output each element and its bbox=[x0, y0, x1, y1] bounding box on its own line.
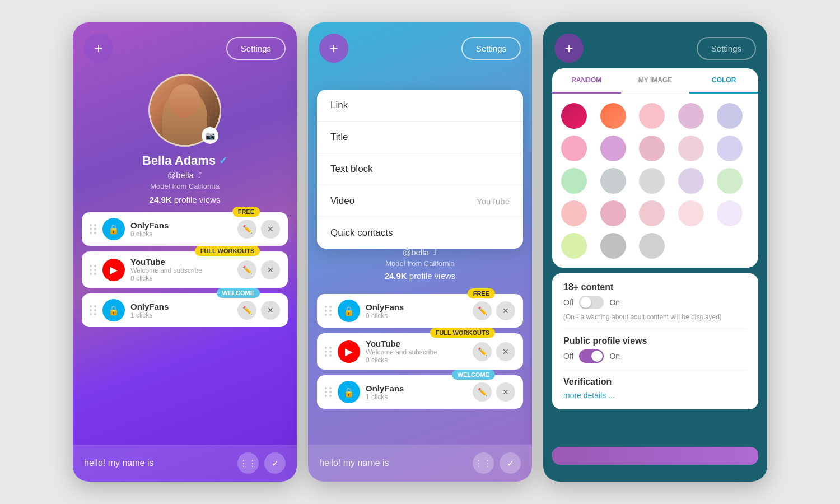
color-swatch[interactable] bbox=[561, 233, 587, 259]
color-swatch[interactable] bbox=[600, 168, 626, 194]
share-icon[interactable]: ⤴ bbox=[198, 171, 202, 179]
screen1-add-button[interactable]: + bbox=[84, 34, 113, 63]
color-swatch[interactable] bbox=[561, 103, 587, 129]
save-button[interactable] bbox=[552, 447, 758, 465]
dropdown-link-label: Link bbox=[330, 100, 348, 111]
drag-handle[interactable] bbox=[90, 265, 97, 275]
link-title: YouTube bbox=[366, 339, 467, 348]
verification-link[interactable]: more details ... bbox=[563, 391, 615, 400]
drag-handle[interactable] bbox=[325, 306, 332, 316]
bottom-action-btn2[interactable]: ✓ bbox=[264, 452, 286, 474]
color-swatch[interactable] bbox=[639, 168, 665, 194]
delete-button[interactable]: ✕ bbox=[496, 301, 515, 320]
color-swatch[interactable] bbox=[561, 200, 587, 226]
color-swatch[interactable] bbox=[600, 103, 626, 129]
adult-off-label: Off bbox=[563, 298, 573, 307]
separator bbox=[563, 329, 747, 329]
tab-random[interactable]: RANDOM bbox=[552, 68, 621, 94]
dropdown-title[interactable]: Title bbox=[317, 122, 523, 153]
bottom-action-btn1[interactable]: ⋮⋮ bbox=[237, 452, 259, 474]
links-section: 🔒 OnlyFans 0 clicks ✏️ ✕ FREE bbox=[73, 204, 297, 335]
youtube-icon: ▶ bbox=[338, 340, 360, 363]
color-swatch[interactable] bbox=[561, 168, 587, 194]
bottom-text: hello! my name is bbox=[84, 458, 154, 468]
color-swatch[interactable] bbox=[717, 168, 743, 194]
color-swatch[interactable] bbox=[600, 200, 626, 226]
bottom-action-btn2[interactable]: ✓ bbox=[500, 452, 521, 474]
link-title: OnlyFans bbox=[130, 221, 232, 230]
delete-button[interactable]: ✕ bbox=[261, 220, 280, 239]
color-swatch[interactable] bbox=[717, 136, 743, 161]
drag-handle[interactable] bbox=[325, 347, 332, 357]
screen3-topbar: + Settings bbox=[543, 22, 767, 68]
screen2-handle: @bella bbox=[403, 248, 429, 257]
onlyfans-icon: 🔒 bbox=[338, 300, 360, 322]
screen2-bio: Model from California bbox=[319, 259, 521, 268]
public-views-toggle-row: Off On bbox=[563, 349, 747, 363]
public-views-toggle[interactable] bbox=[579, 349, 604, 363]
edit-button[interactable]: ✏️ bbox=[473, 301, 492, 320]
public-views-title: Public profile views bbox=[563, 336, 747, 346]
color-swatch[interactable] bbox=[600, 233, 626, 259]
drag-handle[interactable] bbox=[90, 305, 97, 315]
screen2-links: 🔒 OnlyFans 0 clicks ✏️ ✕ FREE bbox=[308, 286, 532, 417]
dropdown-link[interactable]: Link bbox=[317, 90, 523, 122]
link-title: OnlyFans bbox=[366, 384, 467, 393]
screen1-settings-button[interactable]: Settings bbox=[226, 37, 286, 60]
color-swatch[interactable] bbox=[561, 136, 587, 161]
color-swatch[interactable] bbox=[639, 136, 665, 161]
delete-button[interactable]: ✕ bbox=[496, 382, 515, 402]
edit-button[interactable]: ✏️ bbox=[237, 260, 256, 279]
color-swatch[interactable] bbox=[717, 103, 743, 129]
drag-handle[interactable] bbox=[90, 224, 97, 234]
tab-myimage[interactable]: MY IMAGE bbox=[621, 68, 690, 94]
screen3-inner: + Settings RANDOM MY IMAGE COLOR bbox=[543, 22, 767, 482]
color-swatch[interactable] bbox=[639, 200, 665, 226]
delete-button[interactable]: ✕ bbox=[261, 260, 280, 279]
separator bbox=[563, 370, 747, 370]
dropdown-textblock[interactable]: Text block bbox=[317, 153, 523, 185]
link-title: OnlyFans bbox=[366, 302, 467, 312]
screen2-bottom-bar: hello! my name is ⋮⋮ ✓ bbox=[308, 445, 532, 482]
edit-button[interactable]: ✏️ bbox=[237, 220, 256, 239]
bottom-actions: ⋮⋮ ✓ bbox=[473, 452, 521, 474]
screen3-add-button[interactable]: + bbox=[554, 34, 584, 63]
drag-handle[interactable] bbox=[325, 387, 332, 397]
color-swatch[interactable] bbox=[678, 200, 704, 226]
adult-content-title: 18+ content bbox=[563, 282, 747, 292]
color-swatch[interactable] bbox=[678, 136, 704, 161]
profile-views: 24.9K profile views bbox=[150, 195, 221, 204]
color-swatch[interactable] bbox=[678, 168, 704, 194]
delete-button[interactable]: ✕ bbox=[261, 301, 280, 320]
color-swatch[interactable] bbox=[600, 136, 626, 161]
toggle-knob bbox=[580, 297, 591, 308]
edit-button[interactable]: ✏️ bbox=[473, 342, 492, 361]
screen3-settings-button[interactable]: Settings bbox=[697, 37, 756, 60]
bottom-action-btn1[interactable]: ⋮⋮ bbox=[473, 452, 494, 474]
link-info: YouTube Welcome and subscribe 0 clicks bbox=[366, 339, 467, 364]
color-swatch[interactable] bbox=[678, 103, 704, 129]
color-swatch[interactable] bbox=[639, 233, 665, 259]
color-swatch[interactable] bbox=[639, 103, 665, 129]
link-actions: ✏️ ✕ bbox=[473, 382, 515, 402]
color-swatch[interactable] bbox=[717, 200, 743, 226]
badge-fullworkouts: FULL WORKOUTS bbox=[195, 246, 260, 256]
screen2-handle-row: @bella ⤴ bbox=[319, 248, 521, 257]
edit-button[interactable]: ✏️ bbox=[237, 301, 256, 320]
tab-color[interactable]: COLOR bbox=[689, 68, 758, 94]
link-actions: ✏️ ✕ bbox=[473, 342, 515, 361]
link-title: OnlyFans bbox=[130, 302, 232, 311]
screen2-share-icon[interactable]: ⤴ bbox=[433, 248, 437, 256]
delete-button[interactable]: ✕ bbox=[496, 342, 515, 361]
camera-icon[interactable]: 📷 bbox=[202, 127, 218, 144]
dropdown-quickcontacts-label: Quick contacts bbox=[330, 227, 393, 239]
dropdown-video[interactable]: Video YouTube bbox=[317, 185, 523, 217]
dropdown-quickcontacts[interactable]: Quick contacts bbox=[317, 217, 523, 249]
edit-button[interactable]: ✏️ bbox=[473, 382, 492, 402]
adult-content-toggle[interactable] bbox=[579, 296, 604, 309]
screen2-add-button[interactable]: + bbox=[319, 34, 348, 63]
profile-handle: @bella ⤴ bbox=[167, 170, 202, 180]
link-subtitle: Welcome and subscribe bbox=[366, 348, 467, 356]
screen2-profile-lower: @bella ⤴ Model from California 24.9K pro… bbox=[308, 248, 532, 281]
screen2-settings-button[interactable]: Settings bbox=[461, 37, 521, 60]
